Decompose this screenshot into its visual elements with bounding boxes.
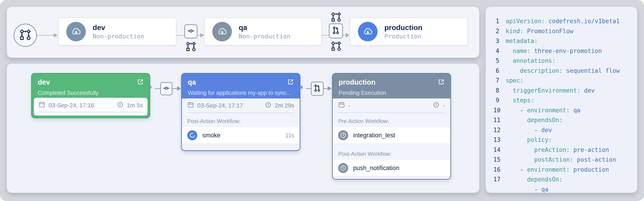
yaml-line: 1apiVersion: codefresh.io/v1beta1 [493,16,637,26]
env-pill-type: Production [384,33,422,39]
yaml-line: 2kind: PromotionFlow [493,26,637,36]
yaml-line: 4 name: three-env-promotion [493,46,637,56]
pull-request-node[interactable] [311,82,324,96]
connector-arrow [177,86,181,91]
yaml-line: 15 postAction: post-action [493,155,637,165]
open-environment-icon[interactable] [137,78,144,86]
post-action-workflow-icon [186,41,196,52]
commit-trigger-node[interactable] [160,82,172,95]
env-pill-title: production [384,24,422,31]
env-pill-title: dev [92,24,144,31]
card-title: qa [188,79,196,86]
card-duration: 1m 5s [127,102,143,109]
env-card-production[interactable]: production Pending Execution [332,73,451,180]
env-pill-production[interactable]: production Production [350,17,468,45]
card-date: 03-Sep-24, 17:16 [48,102,94,109]
open-environment-icon[interactable] [438,78,445,86]
calendar-icon [187,101,194,110]
env-pill-type: Non-production [239,33,290,39]
yaml-line: 8 triggerEnvironment: dev [493,86,637,96]
workflow-row-integration-test[interactable]: integration_test [333,127,450,144]
environments-overview-panel: dev Non-production [7,7,479,58]
card-status: Waiting for applications my-app to sync.… [188,90,294,96]
git-pull-request-icon [313,84,322,93]
yaml-line: 17 dependsOn: [493,175,637,185]
card-duration: - [443,102,445,109]
yaml-line: 6 description: sequential flow [493,66,637,76]
pre-action-workflow-label: Pre-Action Workflow: [338,118,445,124]
cloud-env-icon [358,22,378,41]
open-environment-icon[interactable] [287,78,294,86]
connector-line [306,88,311,89]
connector-arrow [200,33,204,37]
pre-action-workflow-icon [331,12,341,22]
yaml-line: 11 dependsOn: [493,115,637,125]
yaml-line: 10 - environment: qa [493,106,637,116]
pending-clock-icon [338,163,348,173]
promotion-flow-screen: dev Non-production [0,0,644,201]
flow-start-node[interactable] [14,24,37,47]
yaml-line: 7spec: [493,76,637,86]
workflow-name: integration_test [353,132,395,139]
connector-line [172,88,177,89]
workflow-dag-icon [19,29,31,42]
yaml-code: 1apiVersion: codefresh.io/v1beta12kind: … [493,16,637,193]
clock-icon [117,101,124,110]
workflow-row-push-notification[interactable]: push_notification [333,160,450,177]
env-pill-title: qa [239,24,290,31]
git-pull-request-icon [331,26,340,36]
env-card-qa[interactable]: qa Waiting for applications my-app to sy… [181,73,300,151]
env-card-dev[interactable]: dev Completed Successfully [31,73,150,118]
edge-source-port [300,86,303,89]
workflow-duration: 11s [286,132,294,139]
commit-trigger-node[interactable] [184,24,198,38]
connector-arrow [328,86,332,91]
yaml-line: 5 annotations: [493,56,637,66]
workflow-name: push_notification [353,165,399,172]
running-spinner-icon [187,130,197,140]
pending-clock-icon [338,130,348,140]
calendar-icon [338,101,345,110]
connector-line [322,35,329,36]
calendar-icon [38,101,45,110]
card-status: Pending Execution [338,90,445,96]
connector-arrow [346,33,350,37]
connector-line [176,35,184,36]
pull-request-node[interactable] [329,23,343,38]
clock-icon [265,101,272,110]
connector-arrow [54,33,58,37]
yaml-editor-panel[interactable]: 1apiVersion: codefresh.io/v1beta12kind: … [486,7,637,193]
yaml-line: 3metadata: [493,36,637,46]
env-pill-qa[interactable]: qa Non-production [204,17,322,45]
card-title: production [338,79,376,86]
post-action-workflow-label: Post-Action Workflow: [338,151,445,157]
yaml-line: 9 steps: [493,95,637,106]
cloud-env-icon [212,22,232,41]
connector-line [324,88,328,89]
release-status-panel: dev Completed Successfully [7,64,479,193]
workflow-name: smoke [202,132,220,139]
card-title: dev [38,79,50,86]
workflow-row-smoke[interactable]: smoke 11s [182,127,300,144]
env-pill-dev[interactable]: dev Non-production [58,17,176,45]
card-duration: 2m 29s [275,102,294,109]
connector-line [37,35,54,36]
git-commit-icon [187,27,195,36]
env-pill-type: Non-production [92,33,144,39]
yaml-line: 13 policy: [493,135,637,145]
card-status: Completed Successfully [38,90,144,96]
card-date: - [348,102,350,109]
edge-source-port [148,86,152,89]
yaml-line: - qa [493,185,637,193]
post-action-workflow-label: Post-Action Workflow: [187,118,294,124]
yaml-line: 16 - environment: production [493,165,637,175]
cloud-env-icon [66,22,86,41]
clock-icon [433,101,440,110]
card-date: 03-Sep-24, 17:17 [197,102,243,109]
git-commit-icon [162,84,170,93]
card-meta: 03-Sep-24, 17:16 1m 5s [34,98,148,116]
card-details: - - Pre-Action Workflow: [333,98,450,179]
post-action-workflow-icon [331,41,341,51]
connector-line [155,88,160,89]
yaml-line: 12 - dev [493,125,637,135]
